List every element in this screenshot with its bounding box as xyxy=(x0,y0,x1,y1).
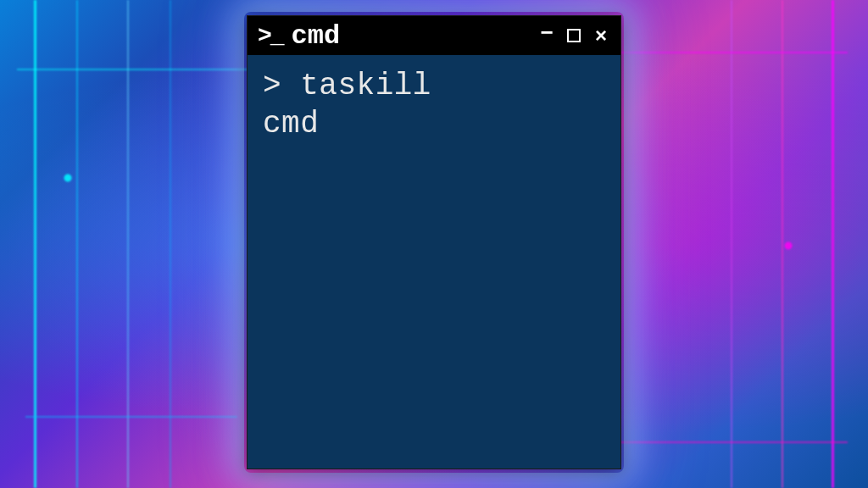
minimize-button[interactable]: − xyxy=(537,23,556,42)
window-title: cmd xyxy=(292,20,529,52)
command-line-2: cmd xyxy=(263,105,605,143)
terminal-body[interactable]: > taskill cmd xyxy=(248,55,620,469)
window-controls: − × xyxy=(537,26,610,45)
command-text-1: taskill xyxy=(300,69,431,103)
terminal-window: >_ cmd − × > taskill cmd xyxy=(247,15,621,469)
command-text-2: cmd xyxy=(263,107,319,141)
maximize-button[interactable] xyxy=(565,26,583,45)
close-button[interactable]: × xyxy=(592,26,610,45)
titlebar[interactable]: >_ cmd − × xyxy=(248,16,620,55)
command-line-1: > taskill xyxy=(263,67,605,105)
terminal-icon: >_ xyxy=(258,23,283,49)
terminal-icon-glyph: >_ xyxy=(258,23,283,49)
prompt-symbol: > xyxy=(263,69,281,103)
